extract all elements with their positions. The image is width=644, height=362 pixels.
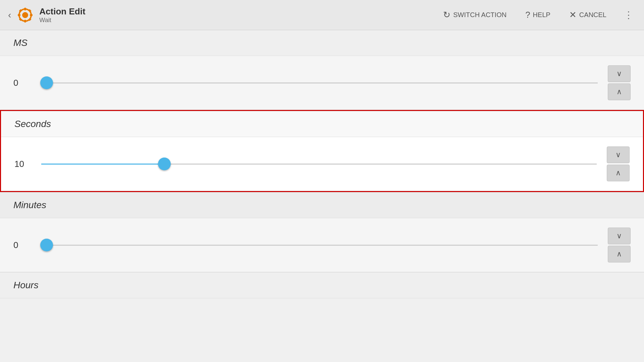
section-hours-header: Hours	[0, 272, 644, 298]
section-ms-header: MS	[0, 30, 644, 56]
section-seconds: Seconds 10 ∨ ∧	[0, 110, 644, 192]
cancel-button[interactable]: ✕ CANCEL	[565, 7, 610, 23]
help-button[interactable]: ? HELP	[521, 7, 554, 23]
switch-action-icon: ↻	[443, 10, 450, 20]
seconds-increment-button[interactable]: ∧	[607, 165, 630, 181]
section-hours-label: Hours	[13, 280, 39, 290]
ms-increment-button[interactable]: ∧	[608, 83, 631, 100]
svg-rect-5	[30, 14, 33, 16]
help-icon: ?	[525, 10, 530, 20]
switch-action-button[interactable]: ↻ SWITCH ACTION	[439, 7, 511, 23]
minutes-slider[interactable]	[40, 242, 598, 248]
svg-point-1	[22, 12, 28, 18]
section-minutes: Minutes 0 ∨ ∧	[0, 192, 644, 272]
header-title-group: Action Edit Wait	[39, 6, 85, 24]
main-content: MS 0 ∨ ∧ Seconds 1	[0, 30, 644, 298]
cancel-label: CANCEL	[579, 11, 606, 19]
header-right: ↻ SWITCH ACTION ? HELP ✕ CANCEL ⋮	[439, 7, 636, 23]
svg-rect-4	[18, 14, 20, 16]
minutes-slider-thumb[interactable]	[40, 239, 53, 251]
header: ‹ Action Edit Wait ↻ SWITC	[0, 0, 644, 30]
seconds-down-arrow-icon: ∨	[615, 150, 621, 159]
help-label: HELP	[533, 11, 550, 19]
minutes-slider-buttons: ∨ ∧	[608, 228, 631, 262]
header-left: ‹ Action Edit Wait	[8, 6, 86, 24]
minutes-decrement-button[interactable]: ∨	[608, 228, 631, 244]
section-hours: Hours	[0, 272, 644, 298]
seconds-decrement-button[interactable]: ∨	[607, 146, 630, 163]
ms-slider-buttons: ∨ ∧	[608, 65, 631, 100]
gear-icon	[16, 6, 34, 24]
section-minutes-label: Minutes	[13, 200, 46, 210]
svg-rect-3	[24, 20, 26, 22]
back-button[interactable]: ‹	[8, 10, 11, 20]
minutes-increment-button[interactable]: ∧	[608, 246, 631, 262]
seconds-slider-buttons: ∨ ∧	[607, 146, 630, 181]
svg-rect-2	[24, 8, 26, 10]
ms-slider-thumb[interactable]	[40, 76, 53, 89]
ms-slider-track	[40, 82, 598, 83]
seconds-up-arrow-icon: ∧	[615, 169, 621, 177]
section-minutes-header: Minutes	[0, 192, 644, 218]
minutes-down-arrow-icon: ∨	[616, 232, 622, 240]
section-minutes-slider-row: 0 ∨ ∧	[0, 218, 644, 272]
minutes-slider-track	[40, 245, 598, 246]
section-seconds-header: Seconds	[1, 111, 643, 137]
cancel-icon: ✕	[569, 10, 577, 20]
ms-decrement-button[interactable]: ∨	[608, 65, 631, 82]
section-seconds-slider-row: 10 ∨ ∧	[1, 137, 643, 191]
seconds-value: 10	[14, 159, 31, 169]
ms-up-arrow-icon: ∧	[616, 87, 622, 96]
seconds-slider[interactable]	[41, 161, 597, 167]
switch-action-label: SWITCH ACTION	[453, 11, 506, 19]
minutes-value: 0	[13, 240, 30, 250]
seconds-slider-filled	[41, 164, 158, 165]
section-seconds-label: Seconds	[14, 119, 51, 129]
section-ms: MS 0 ∨ ∧	[0, 30, 644, 110]
section-ms-label: MS	[13, 38, 28, 48]
minutes-up-arrow-icon: ∧	[616, 250, 622, 258]
ms-down-arrow-icon: ∨	[616, 69, 622, 78]
page-title: Action Edit	[39, 6, 85, 17]
section-ms-slider-row: 0 ∨ ∧	[0, 56, 644, 110]
ms-slider[interactable]	[40, 79, 598, 86]
page-subtitle: Wait	[39, 17, 85, 24]
seconds-slider-thumb[interactable]	[158, 158, 171, 170]
more-menu-icon[interactable]: ⋮	[621, 7, 636, 23]
ms-value: 0	[13, 78, 30, 88]
seconds-slider-track	[41, 164, 597, 165]
